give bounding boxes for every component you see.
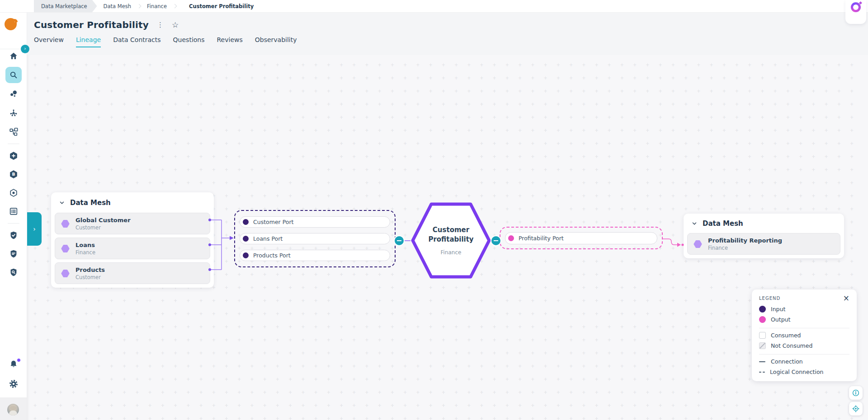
hexagon-asset-icon xyxy=(693,240,703,248)
source-group-header[interactable]: Data Mesh xyxy=(55,196,210,210)
sidebar-item-policies[interactable] xyxy=(5,246,22,262)
hexagon-dot-icon xyxy=(9,188,19,198)
data-product-node[interactable]: Customer Profitability Finance xyxy=(410,200,491,281)
sidebar-item-audit[interactable] xyxy=(5,264,22,280)
chevron-down-icon xyxy=(59,200,65,205)
legend-label-logical-connection: Logical Connection xyxy=(770,369,824,375)
shield-check-icon xyxy=(9,230,19,240)
node-title: Customer Profitability xyxy=(425,225,477,244)
svg-text:B: B xyxy=(12,172,15,177)
asset-card-global-customer[interactable]: Global Customer Customer xyxy=(55,213,210,234)
legend-label-connection: Connection xyxy=(771,358,803,365)
tab-lineage[interactable]: Lineage xyxy=(76,36,101,47)
sidebar-item-data-products[interactable] xyxy=(5,185,22,201)
sidebar-item-domains[interactable] xyxy=(5,86,22,102)
sidebar-item-add-product[interactable] xyxy=(5,148,22,164)
sparkle-icon xyxy=(859,1,862,5)
breadcrumb-finance[interactable]: Finance xyxy=(147,3,167,9)
main-area: Customer Profitability ⋮ ☆ Overview Line… xyxy=(27,13,868,420)
kebab-menu-icon[interactable]: ⋮ xyxy=(156,21,165,29)
ai-assistant-button[interactable] xyxy=(851,2,861,12)
asset-card-loans[interactable]: Loans Finance xyxy=(55,238,210,259)
sidebar: › xyxy=(0,13,27,420)
gear-icon xyxy=(9,379,19,389)
hexagon-b-icon: B xyxy=(9,169,19,179)
input-swatch xyxy=(759,306,766,313)
collapse-inputs-button[interactable] xyxy=(394,235,405,246)
lineage-canvas[interactable]: ++++++++++++++++++++++++++++++++++++++++… xyxy=(27,55,868,420)
sidebar-item-search[interactable] xyxy=(5,67,22,83)
user-avatar[interactable] xyxy=(7,404,19,415)
crosshair-target-icon xyxy=(852,405,859,412)
tab-reviews[interactable]: Reviews xyxy=(217,36,243,47)
sidebar-item-network[interactable] xyxy=(5,105,22,121)
sidebar-item-hierarchy[interactable] xyxy=(5,124,22,140)
breadcrumb-data-mesh[interactable]: Data Mesh xyxy=(104,3,131,9)
port-label: Products Port xyxy=(253,252,291,259)
notification-badge xyxy=(17,358,21,362)
asset-domain: Finance xyxy=(708,245,782,251)
breadcrumb-data-marketplace[interactable]: Data Marketplace xyxy=(34,0,97,13)
divider xyxy=(759,354,849,355)
asset-name: Global Customer xyxy=(75,217,131,224)
port-customer[interactable]: Customer Port xyxy=(240,216,390,228)
asset-name: Products xyxy=(75,266,105,273)
list-icon xyxy=(9,206,19,216)
legend-label-consumed: Consumed xyxy=(771,332,801,339)
hexagon-asset-icon xyxy=(61,244,70,253)
target-group-header[interactable]: Data Mesh xyxy=(687,217,840,230)
asset-card-products[interactable]: Products Customer xyxy=(55,262,210,284)
asset-name: Profitability Reporting xyxy=(708,237,782,244)
asset-domain: Customer xyxy=(75,274,105,280)
asset-card-profitability-reporting[interactable]: Profitability Reporting Finance xyxy=(687,233,840,255)
output-port-icon xyxy=(508,235,514,241)
notifications-button[interactable] xyxy=(5,356,22,372)
port-profitability[interactable]: Profitability Port xyxy=(505,232,657,244)
source-group-panel: Data Mesh Global Customer Customer xyxy=(51,192,214,288)
tab-questions[interactable]: Questions xyxy=(173,36,205,47)
hexagon-asset-icon xyxy=(61,219,70,228)
tab-data-contracts[interactable]: Data Contracts xyxy=(113,36,160,47)
divider xyxy=(8,144,19,144)
page-header: Customer Profitability ⋮ ☆ Overview Line… xyxy=(27,13,868,55)
sidebar-item-business-glossary[interactable]: B xyxy=(5,166,22,182)
input-ports-container: Customer Port Loans Port Products Port xyxy=(234,210,396,267)
tab-bar: Overview Lineage Data Contracts Question… xyxy=(34,36,868,47)
sidebar-item-quality[interactable] xyxy=(5,227,22,243)
port-products[interactable]: Products Port xyxy=(240,250,390,261)
shield-search-icon xyxy=(9,267,19,277)
top-bar: Data Marketplace Data Mesh Finance Custo… xyxy=(0,0,868,13)
bubbles-icon xyxy=(9,89,19,99)
breadcrumb: Data Marketplace Data Mesh Finance Custo… xyxy=(34,0,254,13)
center-view-button[interactable] xyxy=(849,402,863,415)
network-hub-icon xyxy=(9,108,19,118)
search-icon xyxy=(9,70,19,80)
port-label: Loans Port xyxy=(253,235,283,242)
breadcrumb-current: Customer Profitability xyxy=(189,3,254,9)
legend-label-input: Input xyxy=(771,306,785,313)
tab-observability[interactable]: Observability xyxy=(255,36,297,47)
sidebar-item-catalog[interactable] xyxy=(5,203,22,219)
asset-domain: Finance xyxy=(75,249,95,256)
favorite-star-icon[interactable]: ☆ xyxy=(172,20,179,29)
home-icon xyxy=(9,51,19,61)
group-title: Data Mesh xyxy=(703,219,743,228)
divider xyxy=(8,223,19,224)
left-panel-expander[interactable]: › xyxy=(27,212,42,246)
org-logo[interactable] xyxy=(5,17,23,32)
sidebar-footer xyxy=(0,397,27,420)
port-loans[interactable]: Loans Port xyxy=(240,233,390,244)
settings-button[interactable] xyxy=(5,376,22,392)
input-port-icon xyxy=(243,236,249,242)
hexagon-asset-icon xyxy=(61,269,70,278)
not-consumed-swatch xyxy=(759,342,766,349)
close-icon[interactable]: × xyxy=(843,295,849,301)
info-button[interactable] xyxy=(849,386,863,400)
divider xyxy=(759,328,849,328)
legend-label-not-consumed: Not Consumed xyxy=(771,342,812,349)
collapse-outputs-button[interactable] xyxy=(491,235,501,246)
legend-label-output: Output xyxy=(771,316,790,323)
sidebar-item-home[interactable] xyxy=(5,48,22,64)
tab-overview[interactable]: Overview xyxy=(34,36,64,47)
sidebar-expand-button[interactable]: › xyxy=(21,45,29,53)
